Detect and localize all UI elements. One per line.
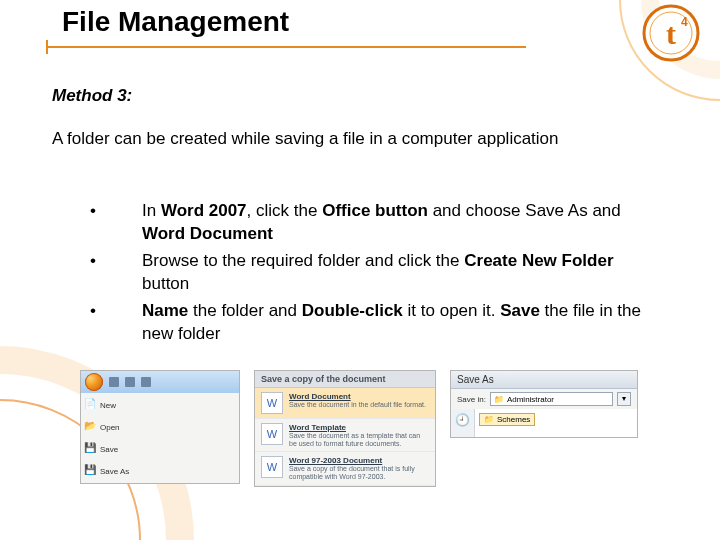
screenshot-group: 📄 New 📂 Open 💾 Save 💾 Save As Save a [80,370,638,487]
menu-item-new[interactable]: 📄 New [83,397,135,413]
new-icon: 📄 [83,398,97,412]
title-rule [46,46,526,48]
savein-value: Administrator [507,395,554,404]
option-name: Word Document [289,392,429,401]
bullet-list: In Word 2007, click the Office button an… [90,200,650,350]
dropdown-button[interactable]: ▾ [617,392,631,406]
menu-label: Open [100,423,120,432]
saveas-dialog: Save As Save in: 📁 Administrator ▾ 🕘 📁 S… [450,370,638,438]
folder-icon: 📁 [494,395,504,404]
bullet-item: Name the folder and Double-click it to o… [90,300,650,346]
menu-item-save[interactable]: 💾 Save [83,441,135,457]
option-name: Word Template [289,423,429,432]
dialog-title: Save As [451,371,637,389]
page-title: File Management [62,6,289,38]
qat-redo-icon[interactable] [141,377,151,387]
save-icon: 💾 [83,442,97,456]
word-97-icon: W [261,456,283,478]
bullet-item: Browse to the required folder and click … [90,250,650,296]
title-rule-tick [46,40,48,54]
qat-undo-icon[interactable] [125,377,135,387]
file-list[interactable]: 📁 Schemes [475,409,637,437]
menu-label: New [100,401,116,410]
quick-access-toolbar [81,371,239,393]
office-menu-panel: 📄 New 📂 Open 💾 Save 💾 Save As [80,370,240,484]
option-word-document[interactable]: W Word Document Save the document in the… [255,388,435,419]
savein-combo[interactable]: 📁 Administrator [490,392,613,406]
folder-icon: 📁 [484,415,494,424]
menu-label: Save As [100,467,129,476]
svg-text:t: t [666,17,676,50]
intro-text: A folder can be created while saving a f… [52,128,612,150]
list-folder-item[interactable]: 📁 Schemes [479,413,535,426]
bullet-item: In Word 2007, click the Office button an… [90,200,650,246]
option-desc: Save the document in the default file fo… [289,401,429,409]
qat-save-icon[interactable] [109,377,119,387]
menu-item-open[interactable]: 📂 Open [83,419,135,435]
savein-label: Save in: [457,395,486,404]
word-doc-icon: W [261,392,283,414]
recent-places-icon[interactable]: 🕘 [453,413,471,431]
menu-item-saveas[interactable]: 💾 Save As [83,463,135,479]
dialog-places-bar: 🕘 [451,409,475,437]
option-word-template[interactable]: W Word Template Save the document as a t… [255,419,435,452]
dialog-toolbar: ▾ [617,392,631,406]
menu-label: Save [100,445,118,454]
saveas-submenu-panel: Save a copy of the document W Word Docum… [254,370,436,487]
option-desc: Save a copy of the document that is full… [289,465,429,480]
word-template-icon: W [261,423,283,445]
option-word-97-2003[interactable]: W Word 97-2003 Document Save a copy of t… [255,452,435,485]
option-desc: Save the document as a template that can… [289,432,429,447]
office-menu-column: 📄 New 📂 Open 💾 Save 💾 Save As [81,393,137,483]
saveas-icon: 💾 [83,464,97,478]
option-name: Word 97-2003 Document [289,456,429,465]
svg-text:4: 4 [681,15,688,29]
open-icon: 📂 [83,420,97,434]
submenu-header: Save a copy of the document [255,371,435,388]
office-orb-icon[interactable] [85,373,103,391]
t4-logo: t 4 [642,4,700,62]
list-item-label: Schemes [497,415,530,424]
method-subhead: Method 3: [52,86,132,106]
